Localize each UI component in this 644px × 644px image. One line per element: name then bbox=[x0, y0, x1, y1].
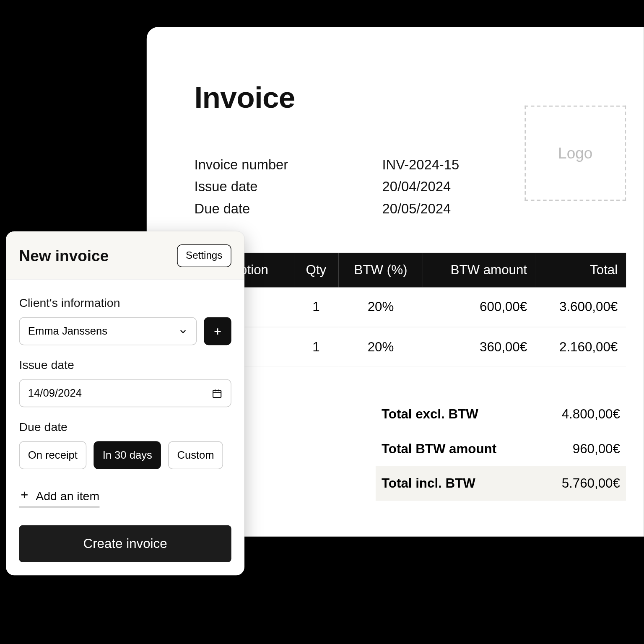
panel-title: New invoice bbox=[19, 247, 109, 265]
create-invoice-button[interactable]: Create invoice bbox=[19, 525, 231, 562]
client-select[interactable]: Emma Janssens bbox=[19, 317, 197, 345]
client-select-value: Emma Janssens bbox=[28, 325, 107, 338]
col-btw-pct: BTW (%) bbox=[338, 253, 423, 287]
add-item-label: Add an item bbox=[36, 489, 99, 503]
due-option-on-receipt[interactable]: On receipt bbox=[19, 441, 87, 469]
due-date-label: Due date bbox=[19, 421, 231, 434]
issue-date-label: Issue date bbox=[19, 358, 231, 372]
svg-rect-2 bbox=[213, 390, 221, 397]
row-btw-pct: 20% bbox=[338, 327, 423, 367]
row-btw-amount: 360,00€ bbox=[423, 327, 535, 367]
logo-placeholder[interactable]: Logo bbox=[525, 106, 626, 201]
table-row: 1 20% 600,00€ 3.600,00€ bbox=[195, 287, 626, 327]
row-qty: 1 bbox=[294, 327, 339, 367]
row-total: 2.160,00€ bbox=[535, 327, 626, 367]
due-date-label: Due date bbox=[195, 201, 382, 217]
col-total: Total bbox=[535, 253, 626, 287]
plus-icon bbox=[212, 326, 223, 337]
row-qty: 1 bbox=[294, 287, 339, 327]
issue-date-value: 20/04/2024 bbox=[382, 179, 451, 195]
new-invoice-panel: New invoice Settings Client's informatio… bbox=[6, 231, 244, 575]
row-total: 3.600,00€ bbox=[535, 287, 626, 327]
issue-date-input[interactable]: 14/09/2024 bbox=[19, 379, 231, 407]
add-client-button[interactable] bbox=[204, 317, 231, 345]
row-btw-amount: 600,00€ bbox=[423, 287, 535, 327]
due-option-custom[interactable]: Custom bbox=[168, 441, 223, 469]
calendar-icon bbox=[212, 388, 223, 399]
issue-date-value: 14/09/2024 bbox=[28, 387, 82, 400]
total-incl-label: Total incl. BTW bbox=[382, 476, 475, 491]
total-incl-value: 5.760,00€ bbox=[562, 476, 620, 491]
logo-placeholder-text: Logo bbox=[558, 144, 592, 162]
client-info-label: Client's information bbox=[19, 296, 231, 310]
totals: Total excl. BTW 4.800,00€ Total BTW amou… bbox=[376, 397, 626, 501]
row-btw-pct: 20% bbox=[338, 287, 423, 327]
total-excl-value: 4.800,00€ bbox=[562, 407, 620, 422]
col-qty: Qty bbox=[294, 253, 339, 287]
due-option-30-days[interactable]: In 30 days bbox=[93, 441, 161, 469]
table-row: 1 20% 360,00€ 2.160,00€ bbox=[195, 327, 626, 367]
plus-icon bbox=[19, 489, 30, 503]
col-btw-amount: BTW amount bbox=[423, 253, 535, 287]
issue-date-label: Issue date bbox=[195, 179, 382, 195]
due-date-value: 20/05/2024 bbox=[382, 201, 451, 217]
invoice-number-value: INV-2024-15 bbox=[382, 157, 460, 173]
total-btw-value: 960,00€ bbox=[573, 441, 620, 457]
add-item-button[interactable]: Add an item bbox=[19, 489, 100, 507]
invoice-number-label: Invoice number bbox=[195, 157, 382, 173]
settings-button[interactable]: Settings bbox=[177, 244, 231, 267]
chevron-down-icon bbox=[178, 327, 188, 336]
items-table: Description Qty BTW (%) BTW amount Total… bbox=[195, 253, 626, 367]
total-excl-label: Total excl. BTW bbox=[382, 407, 478, 422]
total-btw-label: Total BTW amount bbox=[382, 441, 496, 457]
